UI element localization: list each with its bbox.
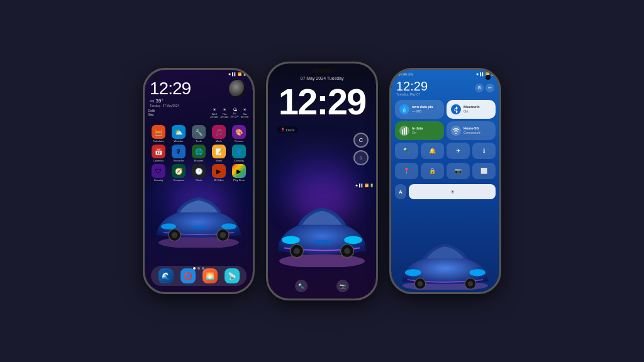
- app-security[interactable]: 🛡 Security: [148, 164, 169, 182]
- calculator-label: Calculator: [148, 140, 169, 143]
- dock-app-2[interactable]: ⭕: [180, 268, 196, 283]
- weather-forecast: ☀ Wed42°/28° ☀ Thu40°/26° 🌤 Fri40°/27° ☀…: [210, 107, 249, 119]
- svg-point-1: [161, 224, 176, 230]
- flashlight-btn[interactable]: 🔦: [395, 143, 418, 159]
- brightness-slider[interactable]: ☀: [409, 184, 496, 199]
- bt-tile-text: Bluetooth On: [464, 105, 480, 114]
- app-themes[interactable]: 🎨 Themes: [229, 125, 249, 143]
- edit-icon-btn[interactable]: ✏: [486, 84, 494, 92]
- compass-icon[interactable]: 🧭: [172, 164, 186, 178]
- bluetooth-tile[interactable]: Bluetooth On: [447, 100, 496, 119]
- mivideo-icon[interactable]: ▶: [212, 164, 226, 178]
- browser-icon[interactable]: 🌐: [192, 145, 206, 158]
- mobile-data-tile[interactable]: le data On: [395, 121, 444, 140]
- notification-btn[interactable]: 🔔: [421, 143, 444, 159]
- playstore-icon[interactable]: ▶: [232, 164, 246, 178]
- home-screen: ✱ ▌▌ 📶 🔋 12:29 PM 39° Tuesday 07 May/202…: [145, 70, 253, 292]
- wifi-icon-2: 📶: [365, 184, 369, 187]
- wifi-status: Connected: [464, 131, 480, 135]
- data-plan-tile[interactable]: 💧 own data pla — MB: [395, 100, 444, 119]
- app-playstore[interactable]: ▶ Play Store: [229, 164, 249, 182]
- app-music[interactable]: 🎵 Music: [209, 125, 229, 143]
- lock-status-icons: ✱ ▌▌ 📶 🔋: [355, 184, 374, 187]
- cc-time-row: 12:29 Tuesday, May 07 ⚙ ✏: [396, 80, 494, 96]
- bluetooth-status: On: [464, 109, 480, 114]
- bluetooth-tile-icon: [451, 104, 461, 114]
- dock-app-1[interactable]: 🌊: [158, 268, 174, 283]
- weather-condition: 8вм.: [148, 113, 155, 117]
- svg-rect-7: [191, 226, 206, 228]
- forecast-thu: ☀ Thu40°/26°: [220, 107, 228, 119]
- app-browser[interactable]: 🌐 Browser: [189, 145, 209, 162]
- clock-label: Clock: [189, 178, 209, 182]
- svg-point-25: [468, 281, 473, 286]
- home-time: 12:29: [150, 80, 191, 97]
- themes-icon[interactable]: 🎨: [232, 125, 246, 139]
- contacts-icon[interactable]: 👤: [232, 145, 246, 158]
- app-tools[interactable]: 🔧 Tools: [189, 125, 209, 143]
- calendar-icon[interactable]: 📅: [152, 145, 165, 158]
- tools-icon[interactable]: 🔧: [192, 125, 206, 139]
- dock-app-3[interactable]: 🌅: [203, 268, 218, 283]
- app-weather[interactable]: ⛅ Weather: [169, 125, 189, 143]
- notes-icon[interactable]: 📝: [212, 145, 226, 158]
- wifi-title: Home-5G: [464, 126, 480, 131]
- data-tile-sub: — MB: [412, 109, 433, 114]
- lock-screen: ✱ ▌▌ 📶 🔋 07 May 2024 Tuesday 12:29 📍 Del…: [268, 63, 376, 299]
- app-mivideo[interactable]: ▶ Mi Video: [209, 164, 229, 182]
- notes-label: Notes: [209, 159, 229, 162]
- cc-car-wallpaper: [395, 229, 496, 292]
- phone-3-control: ncy calls only ✱ ▌▌ 📶 🔋 12:29 Tuesday, M…: [389, 68, 501, 294]
- app-compass[interactable]: 🧭 Compass: [169, 164, 189, 182]
- recorder-icon[interactable]: 🎙: [172, 145, 186, 158]
- app-row-1: 🧮 Calculator ⛅ Weather 🔧 Tools 🎵 Music: [148, 125, 249, 143]
- wifi-tile[interactable]: Home-5G Connected: [447, 121, 496, 140]
- security-icon[interactable]: 🛡: [152, 164, 165, 178]
- weather-label: Weather: [169, 140, 189, 143]
- battery-icon: 🔋: [243, 72, 247, 76]
- camera-btn[interactable]: 📷: [447, 163, 470, 179]
- brightness-icon: ☀: [450, 189, 455, 195]
- app-recorder[interactable]: 🎙 Recorder: [169, 145, 189, 162]
- app-calculator[interactable]: 🧮 Calculator: [148, 125, 169, 143]
- text-size-btn[interactable]: A: [395, 184, 406, 199]
- info-btn[interactable]: ℹ: [472, 143, 496, 159]
- airplane-btn[interactable]: ✈: [447, 143, 470, 159]
- compass-label: Compass: [169, 178, 189, 182]
- cc-bottom-controls: A ☀: [395, 184, 496, 199]
- clock-icon[interactable]: 🕐: [192, 164, 206, 178]
- app-calendar[interactable]: 📅 Calendar: [148, 145, 169, 162]
- app-notes[interactable]: 📝 Notes: [209, 145, 229, 162]
- control-center-screen: ncy calls only ✱ ▌▌ 📶 🔋 12:29 Tuesday, M…: [391, 70, 499, 292]
- app-clock[interactable]: 🕐 Clock: [189, 164, 209, 182]
- pill-notch: [313, 69, 331, 73]
- svg-point-5: [172, 232, 178, 238]
- wifi-tile-text: Home-5G Connected: [464, 126, 480, 135]
- sun-icon-2: ☀: [220, 107, 228, 112]
- svg-point-6: [220, 232, 226, 238]
- lock-status-bar: ✱ ▌▌ 📶 🔋: [268, 66, 376, 299]
- bluetooth-label: Bluetooth: [464, 105, 480, 109]
- cc-small-icons-2: 📍 🔒 📷 ⬜: [395, 163, 496, 179]
- expand-btn[interactable]: ⬜: [472, 163, 496, 179]
- battery-icon-3: 🔋: [491, 72, 494, 76]
- control-tiles: 💧 own data pla — MB: [395, 100, 496, 140]
- music-label: Music: [209, 140, 229, 143]
- forecast-fri: 🌤 Fri40°/27°: [231, 107, 239, 119]
- lock-btn[interactable]: 🔒: [421, 163, 444, 179]
- settings-icon-btn[interactable]: ⚙: [475, 84, 484, 92]
- weather-icon[interactable]: ⛅: [172, 125, 186, 139]
- dock-app-4[interactable]: 📡: [225, 268, 240, 283]
- calculator-icon[interactable]: 🧮: [152, 125, 165, 139]
- temp-display: 39°: [156, 98, 164, 104]
- signal-icon-3: ▌▌: [480, 72, 484, 76]
- security-label: Security: [148, 178, 169, 182]
- playstore-label: Play Store: [229, 178, 249, 182]
- sun-icon: ☀: [210, 107, 218, 112]
- wifi-icon: 📶: [238, 72, 242, 76]
- music-icon[interactable]: 🎵: [212, 125, 226, 139]
- front-camera: [153, 75, 158, 80]
- location-btn[interactable]: 📍: [395, 163, 418, 179]
- app-contacts[interactable]: 👤 Contacts: [229, 145, 249, 162]
- signal-icon: ▌▌: [232, 72, 236, 76]
